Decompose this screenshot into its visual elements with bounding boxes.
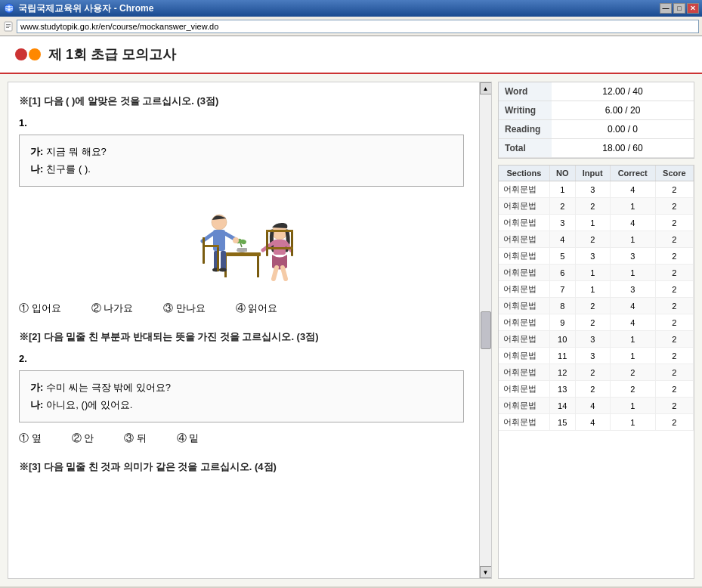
svg-rect-31 bbox=[203, 237, 205, 251]
svg-line-26 bbox=[274, 268, 277, 279]
section-cell: 1 bbox=[549, 181, 575, 198]
section-cell: 15 bbox=[549, 414, 575, 431]
title-bar-controls: — □ ✕ bbox=[660, 3, 699, 14]
section-cell: 2 bbox=[575, 381, 610, 398]
question-1-image bbox=[19, 196, 464, 294]
left-scrollbar[interactable]: ▲ ▼ bbox=[479, 82, 491, 578]
section-cell: 3 bbox=[549, 215, 575, 231]
sections-row: 어휘문법5332 bbox=[499, 248, 694, 265]
question-2-number: 2. bbox=[19, 353, 464, 364]
section-name: 어휘문법 bbox=[499, 198, 549, 215]
title-bar: 국립국제교육위 사용자 - Chrome — □ ✕ bbox=[0, 0, 702, 17]
page-title: 제 1회 초급 모의고사 bbox=[48, 45, 176, 63]
section-cell: 1 bbox=[575, 281, 610, 298]
score-row: Writing 6.00 / 20 bbox=[499, 101, 694, 120]
option-1-3: ③ 만나요 bbox=[163, 302, 206, 315]
svg-point-21 bbox=[219, 268, 227, 271]
score-table: Word 12.00 / 40 Writing 6.00 / 20 Readin… bbox=[499, 82, 694, 158]
scroll-thumb[interactable] bbox=[481, 311, 491, 349]
sections-row: 어휘문법8242 bbox=[499, 298, 694, 314]
score-value: 18.00 / 60 bbox=[552, 139, 694, 158]
svg-rect-35 bbox=[266, 247, 293, 249]
section-cell: 12 bbox=[549, 364, 575, 381]
section-cell: 2 bbox=[655, 314, 693, 331]
sections-th: NO bbox=[549, 166, 575, 181]
svg-rect-7 bbox=[257, 256, 259, 277]
section-cell: 3 bbox=[610, 281, 655, 298]
score-label: Writing bbox=[499, 101, 552, 120]
section-cell: 4 bbox=[610, 215, 655, 231]
svg-rect-34 bbox=[266, 230, 293, 232]
sections-row: 어휘문법13222 bbox=[499, 381, 694, 398]
section-cell: 8 bbox=[549, 298, 575, 314]
section-cell: 2 bbox=[575, 364, 610, 381]
page-header: 제 1회 초급 모의고사 bbox=[0, 36, 702, 74]
section-cell: 6 bbox=[549, 265, 575, 281]
svg-rect-14 bbox=[213, 230, 225, 251]
sections-row: 어휘문법7132 bbox=[499, 281, 694, 298]
sections-row: 어휘문법1342 bbox=[499, 181, 694, 198]
section-cell: 2 bbox=[655, 181, 693, 198]
question-2-options: ① 옆 ② 안 ③ 뒤 ④ 밑 bbox=[19, 432, 464, 445]
question-1-options: ① 입어요 ② 나가요 ③ 만나요 ④ 읽어요 bbox=[19, 302, 464, 315]
score-row: Reading 0.00 / 0 bbox=[499, 120, 694, 139]
svg-rect-9 bbox=[237, 248, 247, 252]
svg-rect-33 bbox=[291, 230, 293, 256]
left-scroll-content[interactable]: ※[1] 다음 ( )에 알맞은 것을 고르십시오. (3점) 1. 가: 지금… bbox=[8, 82, 479, 578]
section-cell: 11 bbox=[549, 348, 575, 364]
minimize-button[interactable]: — bbox=[660, 3, 672, 14]
section-cell: 1 bbox=[610, 198, 655, 215]
section-cell: 4 bbox=[610, 298, 655, 314]
score-row: Word 12.00 / 40 bbox=[499, 82, 694, 101]
sections-row: 어휘문법2212 bbox=[499, 198, 694, 215]
section-cell: 1 bbox=[610, 348, 655, 364]
question-1-dialog: 가: 지금 뭐 해요? 나: 친구를 ( ). bbox=[19, 135, 464, 187]
section-cell: 10 bbox=[549, 331, 575, 348]
sections-row: 어휘문법14412 bbox=[499, 398, 694, 414]
section-cell: 3 bbox=[575, 181, 610, 198]
section-name: 어휘문법 bbox=[499, 331, 549, 348]
question-1-number: 1. bbox=[19, 117, 464, 128]
score-value: 6.00 / 20 bbox=[552, 101, 694, 120]
browser-icon bbox=[3, 2, 15, 14]
section-cell: 3 bbox=[575, 331, 610, 348]
svg-rect-28 bbox=[203, 245, 219, 247]
section-cell: 2 bbox=[655, 331, 693, 348]
maximize-button[interactable]: □ bbox=[673, 3, 685, 14]
section-cell: 4 bbox=[575, 398, 610, 414]
question-2-header: ※[2] 다음 밑줄 친 부분과 반대되는 뜻을 가진 것을 고르십시오. (3… bbox=[19, 330, 464, 344]
section-name: 어휘문법 bbox=[499, 265, 549, 281]
section-cell: 14 bbox=[549, 398, 575, 414]
section-name: 어휘문법 bbox=[499, 364, 549, 381]
sections-row: 어휘문법10312 bbox=[499, 331, 694, 348]
question-2-dialog: 가: 수미 씨는 극장 밖에 있어요? 나: 아니요, ()에 있어요. bbox=[19, 370, 464, 422]
option-1-4: ④ 읽어요 bbox=[236, 302, 278, 315]
scroll-up-arrow[interactable]: ▲ bbox=[480, 82, 492, 94]
address-input[interactable] bbox=[17, 20, 699, 33]
sections-table-wrap[interactable]: SectionsNOInputCorrectScore 어휘문법1342어휘문법… bbox=[499, 166, 694, 578]
section-cell: 7 bbox=[549, 281, 575, 298]
svg-rect-30 bbox=[217, 247, 219, 271]
section-cell: 1 bbox=[610, 331, 655, 348]
section-cell: 2 bbox=[655, 215, 693, 231]
section-cell: 1 bbox=[610, 414, 655, 431]
section-cell: 2 bbox=[655, 414, 693, 431]
section-cell: 2 bbox=[655, 381, 693, 398]
score-value: 0.00 / 0 bbox=[552, 120, 694, 139]
option-2-2: ② 안 bbox=[72, 432, 94, 445]
section-cell: 1 bbox=[575, 215, 610, 231]
score-row: Total 18.00 / 60 bbox=[499, 139, 694, 158]
section-cell: 1 bbox=[610, 231, 655, 248]
scroll-down-arrow[interactable]: ▼ bbox=[480, 566, 492, 578]
left-panel: ※[1] 다음 ( )에 알맞은 것을 고르십시오. (3점) 1. 가: 지금… bbox=[8, 82, 492, 579]
section-cell: 2 bbox=[655, 298, 693, 314]
svg-rect-4 bbox=[6, 27, 9, 28]
svg-rect-2 bbox=[6, 24, 11, 25]
section-cell: 9 bbox=[549, 314, 575, 331]
question-3-header: ※[3] 다음 밑줄 친 것과 의미가 같은 것을 고르십시오. (4점) bbox=[19, 460, 464, 474]
sections-table: SectionsNOInputCorrectScore 어휘문법1342어휘문법… bbox=[499, 166, 694, 431]
sections-row: 어휘문법12222 bbox=[499, 364, 694, 381]
sections-row: 어휘문법3142 bbox=[499, 215, 694, 231]
close-button[interactable]: ✕ bbox=[687, 3, 699, 14]
score-label: Reading bbox=[499, 120, 552, 139]
